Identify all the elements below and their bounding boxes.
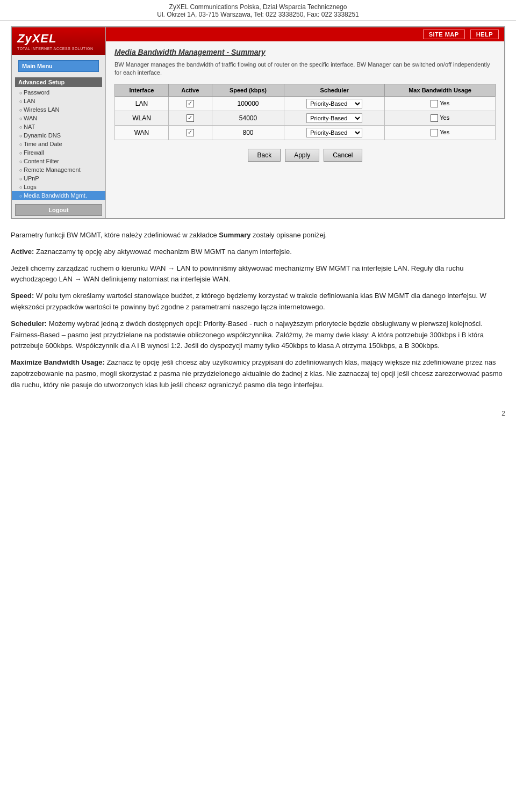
sidebar-item-wan[interactable]: WAN [12, 114, 105, 122]
sidebar-item-lan[interactable]: LAN [12, 97, 105, 105]
table-row: WLAN 54000 Priority-Based Fairness-Based [115, 111, 496, 125]
header-line1: ZyXEL Communications Polska, Dział Wspar… [0, 3, 516, 11]
main-menu-button[interactable]: Main Menu [18, 60, 99, 72]
sidebar-item-content-filter[interactable]: Content Filter [12, 157, 105, 165]
col-speed: Speed (kbps) [212, 84, 284, 96]
table-row: WAN 800 Priority-Based Fairness-Based [115, 125, 496, 140]
interface-lan: LAN [115, 96, 169, 111]
maxbw-wan[interactable]: Yes [385, 125, 496, 140]
table-row: LAN 100000 Priority-Based Fairness-Based [115, 96, 496, 111]
help-button[interactable]: HELP [470, 30, 499, 39]
logo-subtitle: TOTAL INTERNET ACCESS SOLUTION [17, 47, 100, 50]
body-para1: Parametry funkcji BW MGMT, które należy … [11, 230, 505, 241]
sitemap-button[interactable]: SITE MAP [423, 30, 465, 39]
topbar: SITE MAP HELP [106, 27, 504, 41]
page-number: 2 [0, 407, 516, 420]
speed-wan: 800 [212, 125, 284, 140]
checkbox-lan-maxbw[interactable] [431, 100, 438, 107]
body-para5: Scheduler: Możemy wybrać jedną z dwóch d… [11, 318, 505, 352]
scheduler-wlan[interactable]: Priority-Based Fairness-Based [284, 111, 385, 125]
sidebar: ZyXEL TOTAL INTERNET ACCESS SOLUTION Mai… [12, 27, 106, 218]
scheduler-wan-select[interactable]: Priority-Based Fairness-Based [306, 128, 362, 137]
sidebar-item-firewall[interactable]: Firewall [12, 148, 105, 157]
checkbox-wan-maxbw[interactable] [431, 129, 438, 136]
sidebar-item-media-bw[interactable]: Media Bandwidth Mgmt. [12, 191, 105, 200]
advanced-setup-header: Advanced Setup [15, 77, 102, 87]
router-ui: ZyXEL TOTAL INTERNET ACCESS SOLUTION Mai… [11, 26, 505, 219]
page-title: Media Bandwidth Management - Summary [114, 48, 496, 56]
sidebar-item-password[interactable]: Password [12, 88, 105, 97]
sidebar-item-dynamic-dns[interactable]: Dynamic DNS [12, 131, 105, 140]
logo-brand: ZyXEL [17, 32, 100, 46]
body-para3: Jeżeli chcemy zarządzać ruchem o kierunk… [11, 263, 505, 286]
col-interface: Interface [115, 84, 169, 96]
body-para4: Speed: W polu tym określamy wartości sta… [11, 291, 505, 313]
body-text: Parametry funkcji BW MGMT, które należy … [0, 224, 516, 407]
back-button[interactable]: Back [248, 149, 281, 162]
bw-table: Interface Active Speed (kbps) Scheduler … [114, 84, 496, 140]
interface-wan: WAN [115, 125, 169, 140]
sidebar-item-remote-mgmt[interactable]: Remote Management [12, 165, 105, 174]
sidebar-item-logs[interactable]: Logs [12, 183, 105, 191]
sidebar-item-wireless-lan[interactable]: Wireless LAN [12, 105, 105, 114]
active-wan[interactable] [168, 125, 212, 140]
col-scheduler: Scheduler [284, 84, 385, 96]
cancel-button[interactable]: Cancel [324, 149, 362, 162]
content-area: Media Bandwidth Management - Summary BW … [106, 41, 504, 177]
page-description: BW Manager manages the bandwidth of traf… [114, 61, 496, 77]
sidebar-logo: ZyXEL TOTAL INTERNET ACCESS SOLUTION [12, 27, 105, 55]
apply-button[interactable]: Apply [285, 149, 319, 162]
scheduler-lan-select[interactable]: Priority-Based Fairness-Based [306, 99, 362, 108]
scheduler-wlan-select[interactable]: Priority-Based Fairness-Based [306, 113, 362, 123]
col-max-bw: Max Bandwidth Usage [385, 84, 496, 96]
maxbw-wlan[interactable]: Yes [385, 111, 496, 125]
checkbox-lan-active[interactable] [187, 100, 194, 107]
speed-lan: 100000 [212, 96, 284, 111]
main-content: SITE MAP HELP Media Bandwidth Management… [106, 27, 504, 218]
scheduler-lan[interactable]: Priority-Based Fairness-Based [284, 96, 385, 111]
col-active: Active [168, 84, 212, 96]
checkbox-wlan-maxbw[interactable] [431, 114, 438, 122]
scheduler-wan[interactable]: Priority-Based Fairness-Based [284, 125, 385, 140]
active-wlan[interactable] [168, 111, 212, 125]
speed-wlan: 54000 [212, 111, 284, 125]
interface-wlan: WLAN [115, 111, 169, 125]
body-para2: Active: Zaznaczamy tę opcję aby aktywowa… [11, 247, 505, 258]
checkbox-wan-active[interactable] [187, 129, 194, 136]
checkbox-wlan-active[interactable] [187, 114, 194, 122]
active-lan[interactable] [168, 96, 212, 111]
sidebar-item-nat[interactable]: NAT [12, 122, 105, 131]
body-para6: Maximize Bandwidth Usage: Zaznacz tę opc… [11, 357, 505, 390]
page-header: ZyXEL Communications Polska, Dział Wspar… [0, 0, 516, 21]
sidebar-item-time-date[interactable]: Time and Date [12, 140, 105, 148]
maxbw-lan[interactable]: Yes [385, 96, 496, 111]
form-buttons: Back Apply Cancel [114, 149, 496, 162]
header-line2: Ul. Okrzei 1A, 03-715 Warszawa, Tel: 022… [0, 11, 516, 18]
logout-button[interactable]: Logout [15, 204, 102, 216]
sidebar-item-upnp[interactable]: UPnP [12, 174, 105, 183]
